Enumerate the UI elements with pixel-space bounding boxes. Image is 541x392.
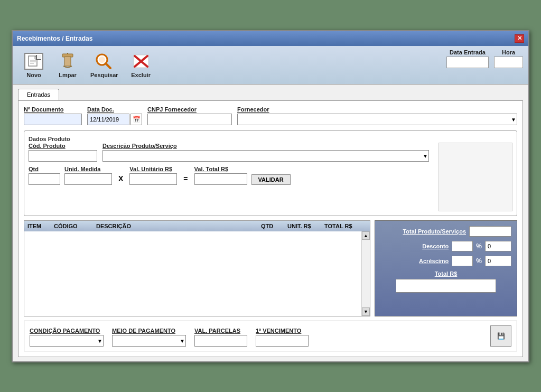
data-doc-input[interactable] [87,114,129,125]
tab-bar: Entradas [18,89,523,100]
total-produtos-label: Total Produto/Serviços [380,228,466,235]
cnpj-label: CNPJ Fornecedor [147,106,232,113]
excluir-icon [130,52,152,71]
val-unit-label: Val. Unitário R$ [129,166,177,172]
total-produtos-input[interactable] [469,226,511,237]
cod-produto-group: Cód. Produto [29,143,97,162]
qtd-label: Qtd [29,166,60,172]
tab-entradas[interactable]: Entradas [18,89,59,100]
total-rs-label: Total R$ [380,270,511,277]
unid-label: Unid. Medida [64,166,112,172]
no-documento-label: Nº Documento [24,106,82,113]
top-form-row: Nº Documento Data Doc. 📅 CNPJ Fornecedor… [24,106,517,125]
table-body: ▲ ▼ [24,231,370,316]
primeiro-venc-input[interactable] [256,335,309,347]
condicao-label: CONDIÇÃO PAGAMENTO [30,328,104,334]
dados-left: Cód. Produto Descrição Produto/Serviço ▼ [29,143,429,211]
val-unit-input[interactable] [129,173,177,185]
th-item: ITEM [27,223,54,229]
excluir-button[interactable]: Excluir [125,49,157,81]
save-icon: 💾 [497,332,505,340]
data-entrada-group: Data Entrada [446,49,489,68]
calendar-button[interactable]: 📅 [130,114,142,125]
scroll-up-button[interactable]: ▲ [362,231,370,240]
val-parcelas-input[interactable] [194,335,247,347]
total-rs-section: Total R$ [380,270,511,293]
desconto-row: Desconto % [380,241,511,251]
no-documento-group: Nº Documento [24,106,82,125]
acrescimo-pct-input[interactable] [452,256,473,266]
items-section: ITEM CÓDIGO DESCRIÇÃO QTD UNIT. R$ TOTAL… [24,220,517,316]
content-area: Entradas Nº Documento Data Doc. 📅 [13,85,528,361]
qtd-group: Qtd [29,166,60,185]
validar-button[interactable]: VALIDAR [251,174,291,185]
svg-rect-6 [64,57,71,66]
meio-select-wrapper: ▼ [112,335,186,347]
table-header: ITEM CÓDIGO DESCRIÇÃO QTD UNIT. R$ TOTAL… [24,221,370,231]
date-hora-area: Data Entrada Hora [446,49,523,68]
desconto-pct-input[interactable] [452,241,473,251]
meio-select[interactable] [112,335,186,347]
unid-group: Unid. Medida [64,166,112,185]
desconto-rs-input[interactable] [485,241,511,251]
scrollbar: ▲ ▼ [361,231,370,316]
descricao-select[interactable] [102,150,429,162]
val-total-input[interactable] [194,173,247,185]
desconto-label: Desconto [380,243,449,249]
hora-input[interactable] [494,57,523,68]
descricao-label: Descrição Produto/Serviço [102,143,429,149]
data-doc-wrapper: 📅 [87,114,142,125]
novo-label: Novo [26,72,41,78]
data-doc-label: Data Doc. [87,106,142,113]
pesquisar-label: Pesquisar [90,72,118,78]
product-image [439,143,512,211]
dados-produto-section: Dados Produto Cód. Produto Descrição Pro… [24,130,517,216]
cod-produto-input[interactable] [29,150,97,162]
save-button[interactable]: 💾 [490,325,511,347]
novo-icon [23,52,44,71]
produto-row2: Qtd Unid. Medida X Val. Unitário R$ [29,166,429,185]
acrescimo-rs-input[interactable] [485,256,511,266]
th-descricao: DESCRIÇÃO [96,223,261,229]
svg-point-10 [99,57,105,63]
no-documento-input[interactable] [24,114,82,125]
svg-rect-0 [29,56,37,66]
cod-produto-label: Cód. Produto [29,143,97,149]
fornecedor-select-wrapper: ▼ [237,114,517,125]
total-rs-input[interactable] [396,279,496,293]
meio-label: MEIO DE PAGAMENTO [112,328,186,334]
fornecedor-select[interactable] [237,114,517,125]
window-title: Recebimentos / Entradas [17,35,92,42]
dados-inner: Cód. Produto Descrição Produto/Serviço ▼ [29,143,512,211]
th-unit: UNIT. R$ [287,223,324,229]
condicao-select[interactable] [30,335,104,347]
acrescimo-row: Acréscimo % [380,256,511,266]
hora-group: Hora [494,49,523,68]
close-button[interactable]: ✕ [515,34,524,43]
unid-input[interactable] [64,173,112,185]
tab-content: Nº Documento Data Doc. 📅 CNPJ Fornecedor… [18,100,523,357]
produto-row1: Cód. Produto Descrição Produto/Serviço ▼ [29,143,429,162]
condicao-select-wrapper: ▼ [30,335,104,347]
pesquisar-button[interactable]: Pesquisar [86,49,123,81]
multiplier-sign: X [116,174,125,183]
data-doc-group: Data Doc. 📅 [87,106,142,125]
title-bar: Recebimentos / Entradas ✕ [13,31,528,46]
novo-button[interactable]: Novo [18,49,50,81]
svg-marker-1 [35,56,38,59]
dados-produto-title: Dados Produto [29,136,70,142]
primeiro-venc-group: 1º VENCIMENTO [256,328,309,347]
desconto-pct-sign: % [476,242,482,250]
validar-wrapper: VALIDAR [251,172,291,185]
fornecedor-label: Fornecedor [237,106,517,113]
limpar-button[interactable]: Lmpar [52,49,83,81]
limpar-icon [57,52,78,71]
scroll-down-button[interactable]: ▼ [362,307,370,316]
cnpj-input[interactable] [147,114,232,125]
data-entrada-input[interactable] [446,57,489,68]
equals-sign: = [181,174,190,183]
qtd-input[interactable] [29,173,60,185]
th-qtd: QTD [261,223,287,229]
hora-label: Hora [494,49,523,55]
meio-group: MEIO DE PAGAMENTO ▼ [112,328,186,347]
